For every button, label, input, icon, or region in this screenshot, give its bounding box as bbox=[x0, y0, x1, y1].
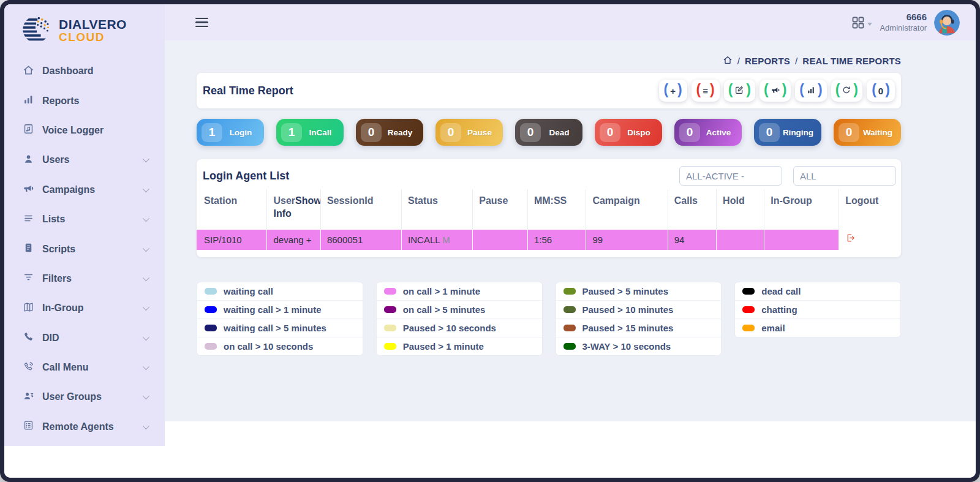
user-group-icon bbox=[23, 390, 34, 404]
color-swatch bbox=[205, 288, 217, 295]
map-icon bbox=[23, 301, 34, 315]
campaign-filter-select[interactable] bbox=[793, 166, 896, 186]
sidebar-item-voice-logger[interactable]: Voice Logger bbox=[4, 116, 165, 145]
cell-logout[interactable] bbox=[839, 230, 901, 250]
bar-chart-icon bbox=[23, 94, 34, 108]
col-sessionid: SessionId bbox=[320, 189, 401, 230]
user-role: Administrator bbox=[880, 23, 927, 34]
cell-in-group bbox=[764, 230, 839, 250]
hamburger-menu-icon[interactable] bbox=[195, 18, 208, 28]
chevron-down-icon bbox=[143, 215, 149, 222]
chevron-down-icon bbox=[143, 363, 149, 370]
breadcrumb-current-page: REAL TIME REPORTS bbox=[802, 56, 901, 66]
table-header-row: Station UserShowIdInfo SessionId Status … bbox=[197, 189, 901, 230]
legend-item: waiting call > 1 minute bbox=[197, 300, 363, 318]
clipboard-list-icon bbox=[23, 420, 34, 434]
breadcrumb: / REPORTS / REAL TIME REPORTS bbox=[197, 55, 901, 67]
sidebar-item-in-group[interactable]: In-Group bbox=[4, 293, 165, 323]
status-pill-ready: 0Ready bbox=[356, 119, 423, 146]
phone-icon bbox=[23, 331, 34, 345]
agent-row: SIP/1010 devang + 8600051 INCALL M 1:56 … bbox=[197, 230, 901, 250]
counter-button[interactable]: ( 0 ) bbox=[867, 80, 895, 102]
refresh-button[interactable]: ( ) bbox=[831, 80, 862, 102]
legend-item: chatting bbox=[735, 300, 900, 318]
col-calls: Calls bbox=[668, 189, 716, 230]
broadcast-button[interactable]: ( ) bbox=[760, 80, 791, 102]
edit-button[interactable]: ( ) bbox=[724, 80, 755, 102]
color-swatch bbox=[205, 306, 217, 313]
sidebar-nav: Dashboard Reports Voice Logger Users bbox=[4, 53, 165, 442]
apps-grid-button[interactable] bbox=[851, 15, 872, 30]
chevron-down-icon bbox=[143, 423, 149, 429]
legend-card-paused-3way: Paused > 5 minutes Paused > 10 minutes P… bbox=[556, 282, 722, 356]
legend-item: waiting call > 5 minutes bbox=[197, 318, 363, 337]
logo[interactable]: DIALVERO CLOUD bbox=[4, 4, 165, 53]
chevron-down-icon bbox=[143, 274, 149, 281]
sidebar-item-users[interactable]: Users bbox=[4, 145, 165, 175]
chevron-down-icon bbox=[143, 156, 149, 162]
page-title: Real Time Report bbox=[203, 85, 293, 97]
sidebar-item-dashboard[interactable]: Dashboard bbox=[4, 56, 165, 86]
status-pill-login: 1Login bbox=[197, 119, 264, 146]
cell-mmss: 1:56 bbox=[527, 230, 586, 250]
counter-value: 0 bbox=[878, 86, 883, 96]
breadcrumb-home-icon[interactable] bbox=[723, 55, 733, 67]
voice-note-icon bbox=[23, 123, 34, 137]
breadcrumb-reports-link[interactable]: REPORTS bbox=[745, 56, 790, 66]
refresh-icon bbox=[842, 85, 851, 97]
sidebar-item-campaigns[interactable]: Campaigns bbox=[4, 175, 165, 205]
page-footer bbox=[165, 421, 976, 478]
app-frame: DIALVERO CLOUD Dashboard Reports Voice L… bbox=[0, 0, 980, 482]
plus-icon: + bbox=[670, 86, 676, 96]
sidebar-item-lists[interactable]: Lists bbox=[4, 205, 165, 234]
color-swatch bbox=[205, 343, 217, 350]
logout-icon[interactable] bbox=[845, 235, 856, 245]
edit-icon bbox=[734, 85, 744, 97]
color-swatch bbox=[384, 343, 396, 350]
legend-item: Paused > 10 seconds bbox=[377, 318, 542, 337]
legend-item: Paused > 1 minute bbox=[377, 337, 542, 355]
color-swatch bbox=[384, 306, 396, 313]
legend-item: 3-WAY > 10 seconds bbox=[556, 337, 722, 355]
status-pill-waiting: 0Waiting bbox=[834, 119, 901, 146]
status-filter-select[interactable] bbox=[679, 166, 782, 186]
cell-station: SIP/1010 bbox=[197, 230, 267, 250]
cell-user: devang + bbox=[267, 230, 320, 250]
menu-icon: ≡ bbox=[703, 86, 708, 96]
col-campaign: Campaign bbox=[586, 189, 668, 230]
col-in-group: In-Group bbox=[764, 189, 839, 230]
col-logout: Logout bbox=[839, 189, 901, 230]
chevron-down-icon bbox=[143, 244, 149, 251]
menu-button[interactable]: ( ≡ ) bbox=[692, 80, 720, 102]
sidebar-item-remote-agents[interactable]: Remote Agents bbox=[4, 412, 165, 442]
legend-item: Paused > 15 minutes bbox=[556, 318, 722, 337]
add-button[interactable]: ( + ) bbox=[659, 80, 687, 102]
logo-subtitle: CLOUD bbox=[59, 31, 127, 44]
sidebar-item-call-menu[interactable]: Call Menu bbox=[4, 353, 165, 382]
bar-chart-icon bbox=[806, 85, 816, 97]
sidebar-item-filters[interactable]: Filters bbox=[4, 264, 165, 293]
home-icon bbox=[23, 64, 34, 78]
legend-item: on call > 1 minute bbox=[377, 282, 542, 300]
user-icon bbox=[23, 153, 34, 167]
login-agent-list-card: Login Agent List Station bbox=[197, 159, 901, 257]
color-swatch bbox=[742, 306, 755, 313]
app-window: DIALVERO CLOUD Dashboard Reports Voice L… bbox=[4, 4, 976, 478]
user-info[interactable]: 6666 Administrator bbox=[880, 11, 927, 33]
chart-button[interactable]: ( ) bbox=[795, 80, 826, 102]
sidebar-item-reports[interactable]: Reports bbox=[4, 86, 165, 115]
sidebar-item-scripts[interactable]: Scripts bbox=[4, 234, 165, 263]
sidebar-item-user-groups[interactable]: User Groups bbox=[4, 382, 165, 412]
col-user-showid-info: UserShowIdInfo bbox=[267, 189, 320, 230]
real-time-report-card: Real Time Report ( + ) ( ≡ ) ( bbox=[197, 73, 901, 108]
color-swatch bbox=[564, 306, 576, 313]
legend-item: email bbox=[735, 318, 900, 337]
status-pill-dispo: 0Dispo bbox=[595, 119, 662, 146]
document-icon bbox=[23, 242, 34, 256]
cell-calls: 94 bbox=[668, 230, 716, 250]
sidebar-item-did[interactable]: DID bbox=[4, 323, 165, 353]
chevron-down-icon bbox=[143, 186, 149, 192]
avatar[interactable] bbox=[934, 10, 960, 36]
legend-item: Paused > 10 minutes bbox=[556, 300, 722, 318]
col-hold: Hold bbox=[717, 189, 764, 230]
